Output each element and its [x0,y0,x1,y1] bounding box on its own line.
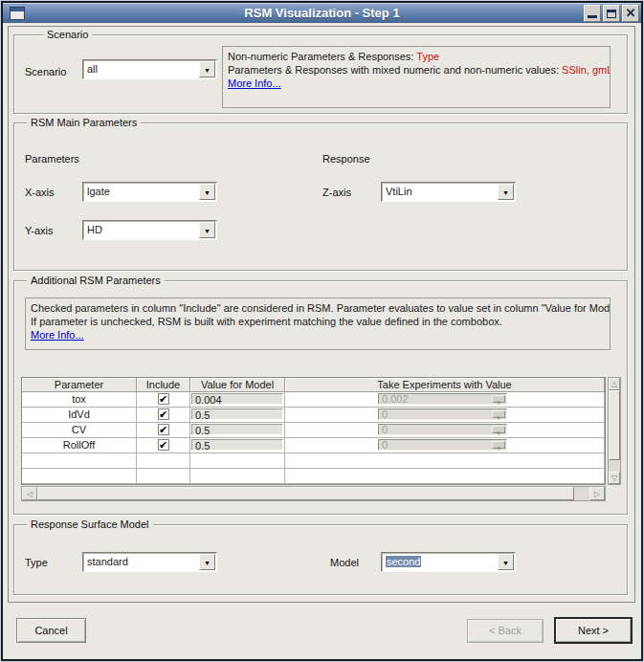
value-for-model-field[interactable]: 0.5 [191,439,283,451]
type-combobox[interactable]: standard ▼ [82,552,217,572]
table-header-row: Parameter Include Value for Model Take E… [22,378,605,392]
table-row-tox: tox ✔ 0.004 0.002 ▼ [22,392,605,408]
include-cell: ✔ [137,408,190,423]
value-for-model-field[interactable]: 0.5 [191,424,283,435]
value-for-model-field[interactable]: 0.5 [191,408,283,420]
chevron-down-icon: ▼ [492,441,505,449]
horizontal-scroll-thumb[interactable] [37,487,574,500]
experiment-combobox-disabled[interactable]: 0 ▼ [378,408,507,420]
experiment-cell: 0 ▼ [285,423,605,438]
close-button[interactable]: ✕ [622,5,639,22]
z-axis-combobox[interactable]: VtiLin ▼ [381,182,516,202]
more-info-link[interactable]: More Info... [31,329,84,341]
scroll-up-icon[interactable]: △ [609,378,620,390]
scroll-down-icon[interactable]: ▽ [609,472,620,484]
experiment-cell: 0 ▼ [285,438,605,453]
table-vertical-scrollbar[interactable]: △ ▽ [608,377,621,485]
scroll-right-icon[interactable]: ▷ [589,487,605,500]
minimize-button[interactable] [584,5,601,22]
parameter-cell[interactable]: CV [22,423,137,438]
next-button[interactable]: Next > [554,617,633,644]
additional-info-panel: Checked parameters in column "Include" a… [25,298,611,350]
scenario-info-line2: Parameters & Responses with mixed numeri… [228,63,605,77]
parameter-cell[interactable]: IdVd [22,408,137,423]
chevron-down-icon[interactable]: ▼ [199,222,215,238]
include-checkbox[interactable]: ✔ [158,408,169,420]
window-client-area: RSM Visualization - Step 1 ✕ Scenario Sc… [3,3,641,659]
model-combobox[interactable]: second ▼ [381,552,516,572]
value-cell: 0.5 [190,423,285,438]
column-header-include[interactable]: Include [137,378,190,392]
titlebar[interactable]: RSM Visualization - Step 1 ✕ [3,3,641,23]
table-row-cv: CV ✔ 0.5 0 ▼ [22,423,605,438]
cancel-button[interactable]: Cancel [16,618,86,643]
additional-info-line2: If parameter is unchecked, RSM is built … [31,315,605,328]
close-icon: ✕ [626,6,636,20]
include-checkbox[interactable]: ✔ [158,439,169,451]
scenario-combobox[interactable]: all ▼ [82,59,217,79]
value-for-model-field[interactable]: 0.004 [191,393,283,405]
maximize-button[interactable] [603,5,620,22]
model-label: Model [330,557,359,568]
parameters-table: Parameter Include Value for Model Take E… [21,377,606,485]
minimize-icon [588,15,597,18]
rsm-visualization-window: { "window": { "title": "RSM Visualizatio… [0,0,644,662]
table-horizontal-scrollbar[interactable]: ◁ ▷ [21,486,606,501]
experiment-cell: 0 ▼ [285,408,605,423]
column-header-value-for-model[interactable]: Value for Model [190,378,285,392]
experiment-combobox-disabled[interactable]: 0.002 ▼ [378,393,507,405]
column-header-take-experiments[interactable]: Take Experiments with Value [285,378,605,392]
chevron-down-icon[interactable]: ▼ [199,61,215,77]
type-value: standard [87,556,128,567]
type-label: Type [25,557,48,568]
parameter-cell[interactable]: RollOff [22,438,137,453]
scenario-group-legend: Scenario [43,29,92,40]
x-axis-value: lgate [87,186,110,197]
scenario-info-panel: Non-numeric Parameters & Responses: Type… [222,46,611,108]
experiment-combobox-disabled[interactable]: 0 ▼ [378,424,507,435]
y-axis-label: Y-axis [25,225,54,236]
response-header: Response [322,153,370,165]
chevron-down-icon: ▼ [492,426,505,433]
x-axis-combobox[interactable]: lgate ▼ [82,182,217,202]
include-cell: ✔ [137,438,190,453]
chevron-down-icon[interactable]: ▼ [498,184,514,200]
back-button[interactable]: < Back [467,619,544,643]
rsm-model-group-legend: Response Surface Model [27,519,153,530]
x-axis-label: X-axis [25,187,55,198]
table-row-empty [22,453,605,469]
value-cell: 0.004 [190,392,285,408]
include-checkbox[interactable]: ✔ [158,393,169,405]
chevron-down-icon[interactable]: ▼ [498,554,514,570]
mixed-values: SSlin, gmLin [562,64,611,76]
value-cell: 0.5 [190,438,285,453]
model-value-selected: second [386,556,421,567]
column-header-parameter[interactable]: Parameter [22,378,137,392]
more-info-link[interactable]: More Info... [228,77,281,89]
include-cell: ✔ [137,423,190,438]
table-row-rolloff: RollOff ✔ 0.5 0 ▼ [22,438,605,453]
y-axis-combobox[interactable]: HD ▼ [82,220,217,240]
table-row-empty [22,469,605,484]
experiment-combobox-disabled[interactable]: 0 ▼ [378,439,507,451]
vertical-scroll-thumb[interactable] [609,390,620,460]
chevron-down-icon[interactable]: ▼ [199,184,215,200]
table-row-idvd: IdVd ✔ 0.5 0 ▼ [22,408,605,423]
chevron-down-icon[interactable]: ▼ [199,554,215,570]
scenario-label: Scenario [25,66,66,77]
include-checkbox[interactable]: ✔ [158,424,169,435]
include-cell: ✔ [137,392,190,408]
additional-params-group-legend: Additional RSM Parameters [27,275,165,286]
value-cell: 0.5 [190,408,285,423]
experiment-cell: 0.002 ▼ [285,392,605,408]
main-params-group-legend: RSM Main Parameters [27,117,141,128]
chevron-down-icon: ▼ [492,410,505,418]
parameter-cell[interactable]: tox [22,392,137,408]
additional-info-line1: Checked parameters in column "Include" a… [31,301,605,315]
maximize-icon [607,10,616,18]
scenario-combobox-value: all [87,63,98,75]
z-axis-value: VtiLin [386,186,412,197]
scroll-left-icon[interactable]: ◁ [22,487,37,500]
z-axis-label: Z-axis [322,187,351,198]
parameters-header: Parameters [25,153,79,165]
